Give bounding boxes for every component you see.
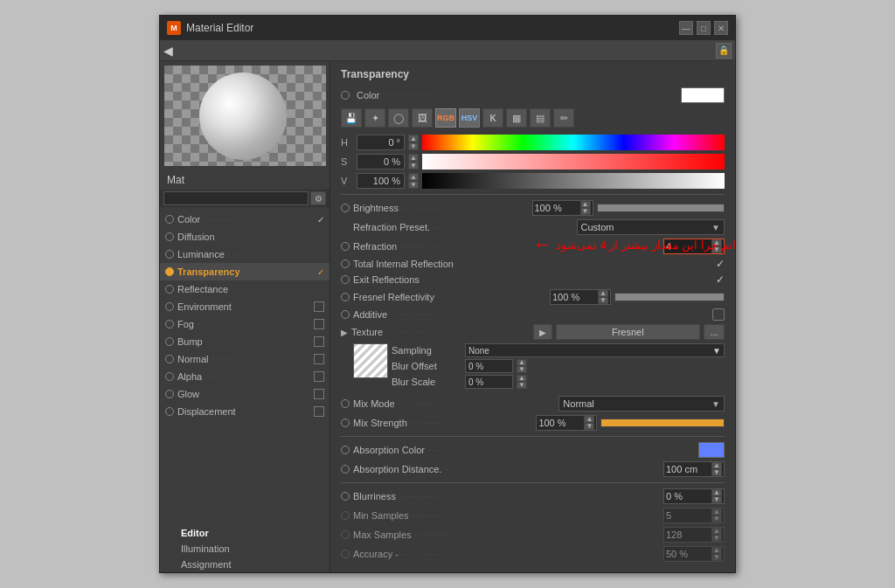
absorption-distance-value-box: 100 cm ▲ ▼ xyxy=(663,461,725,477)
fresnel-slider[interactable] xyxy=(614,293,725,301)
fresnel-label: Fresnel Reflectivity xyxy=(353,292,434,302)
nav-sub-assignment[interactable]: Assignment xyxy=(167,557,330,572)
v-label: V xyxy=(341,176,353,186)
v-up-arrow[interactable]: ▲ xyxy=(408,173,419,181)
texture-thumbnail xyxy=(353,343,388,378)
s-up-arrow[interactable]: ▲ xyxy=(408,154,419,162)
nav-dots-environment: · · xyxy=(235,302,310,311)
fresnel-btn[interactable]: Fresnel xyxy=(556,324,700,340)
nav-check-transparency: ✓ xyxy=(317,267,324,277)
s-down-arrow[interactable]: ▼ xyxy=(408,162,419,169)
preview-ball-wrapper xyxy=(164,66,326,166)
nav-checkbox-normal xyxy=(314,354,324,364)
brightness-down[interactable]: ▼ xyxy=(580,208,591,215)
nav-item-color[interactable]: Color · · · · · · · ✓ xyxy=(160,211,330,228)
blurriness-down[interactable]: ▼ xyxy=(711,496,722,503)
nav-item-luminance[interactable]: Luminance · · · xyxy=(160,246,330,263)
nav-item-fog[interactable]: Fog · · · · · · · xyxy=(160,315,330,333)
mix-mode-row: Mix Mode · · · · · · · · · Normal ▼ xyxy=(341,396,725,412)
nav-item-bump[interactable]: Bump · · · · · · · xyxy=(160,333,330,350)
texture-label: Texture xyxy=(351,327,383,337)
blur-scale-down[interactable]: ▼ xyxy=(517,382,527,389)
brightness-slider[interactable] xyxy=(597,204,725,212)
blur-scale-spinner: ▲ ▼ xyxy=(517,375,527,389)
additive-row: Additive · · · · · · · · · · · xyxy=(341,308,725,321)
accuracy-value: 50 % xyxy=(666,549,688,559)
nav-item-normal[interactable]: Normal · · · · · xyxy=(160,350,330,368)
star-icon-btn[interactable]: ✦ xyxy=(364,108,385,128)
accuracy-radio xyxy=(341,550,350,558)
pen-btn[interactable]: ✏ xyxy=(553,108,574,128)
maximize-button[interactable]: □ xyxy=(697,21,711,35)
s-slider-track[interactable] xyxy=(422,154,725,169)
image-icon-btn[interactable]: 🖼 xyxy=(412,108,433,128)
nav-dots-fog: · · · · · · · xyxy=(198,320,310,329)
fresnel-down[interactable]: ▼ xyxy=(598,297,608,304)
divider1 xyxy=(341,194,725,195)
toolbar-arrow-icon: ◀ xyxy=(163,44,173,58)
nav-dots-normal: · · · · · xyxy=(212,355,310,363)
nav-item-environment[interactable]: Environment · · xyxy=(160,298,330,315)
fresnel-spinner: ▲ ▼ xyxy=(598,290,608,304)
fresnel-dots: · · · · xyxy=(438,293,546,301)
nav-item-glow[interactable]: Glow · · · · · · · xyxy=(160,385,330,403)
mix-strength-slider[interactable] xyxy=(600,419,725,427)
min-samples-down[interactable]: ▼ xyxy=(711,515,722,522)
color-label: Color xyxy=(357,90,379,100)
mix-strength-label: Mix Strength xyxy=(353,418,407,428)
absorption-color-swatch[interactable] xyxy=(698,442,725,458)
k-btn[interactable]: K xyxy=(482,108,503,128)
app-icon: M xyxy=(167,21,181,35)
color-swatch[interactable] xyxy=(681,87,725,103)
close-button[interactable]: ✕ xyxy=(714,21,728,35)
h-slider-track[interactable] xyxy=(422,135,725,150)
texture-play-btn[interactable]: ▶ xyxy=(533,324,552,340)
mix-strength-value: 100 % xyxy=(538,418,565,428)
nav-item-transparency[interactable]: Transparency ✓ xyxy=(160,263,330,280)
nav-item-displacement[interactable]: Displacement xyxy=(160,403,330,420)
grid2-btn[interactable]: ▤ xyxy=(530,108,551,128)
nav-label-diffusion: Diffusion xyxy=(177,232,215,242)
accuracy-down[interactable]: ▼ xyxy=(711,554,722,561)
save-icon-btn[interactable]: 💾 xyxy=(341,108,362,128)
v-slider-track[interactable] xyxy=(422,173,725,189)
h-up-arrow[interactable]: ▲ xyxy=(408,135,419,142)
v-value: 100 % xyxy=(373,176,400,186)
v-down-arrow[interactable]: ▼ xyxy=(408,181,419,189)
rgb-btn[interactable]: RGB xyxy=(435,108,456,128)
more-btn[interactable]: ... xyxy=(704,324,725,340)
blurriness-radio xyxy=(341,492,350,501)
mix-strength-spinner: ▲ ▼ xyxy=(584,416,594,430)
nav-settings-icon[interactable]: ⚙ xyxy=(310,191,326,205)
absorption-distance-down[interactable]: ▼ xyxy=(711,469,722,476)
main-toolbar: ◀ 🔒 xyxy=(160,40,735,61)
nav-checkbox-displacement xyxy=(314,406,324,417)
s-spinner: ▲ ▼ xyxy=(408,154,419,169)
nav-sub-illumination[interactable]: Illumination xyxy=(167,541,330,557)
nav-item-alpha[interactable]: Alpha · · · · · · xyxy=(160,368,330,385)
sampling-dropdown[interactable]: None ▼ xyxy=(465,343,725,357)
mix-strength-down[interactable]: ▼ xyxy=(584,423,594,430)
mix-mode-dropdown[interactable]: Normal ▼ xyxy=(559,396,725,412)
refraction-preset-dropdown[interactable]: Custom ▼ xyxy=(577,219,725,235)
grid1-btn[interactable]: ▦ xyxy=(506,108,527,128)
accuracy-row: Accuracy - · · · · · · · · · · 50 % ▲ ▼ xyxy=(341,546,725,562)
right-panel: Transparency Color · · · · · · · · · · ·… xyxy=(330,61,735,572)
nav-dots-luminance: · · · xyxy=(228,250,324,259)
mix-strength-fill xyxy=(601,419,724,426)
toolbar-lock-icon[interactable]: 🔒 xyxy=(716,43,732,59)
max-samples-down[interactable]: ▼ xyxy=(711,535,722,542)
accuracy-value-box: 50 % ▲ ▼ xyxy=(663,546,725,562)
circle-icon-btn[interactable]: ◯ xyxy=(388,108,409,128)
h-down-arrow[interactable]: ▼ xyxy=(408,142,419,150)
nav-sub-editor[interactable]: Editor xyxy=(167,525,330,541)
nav-item-reflectance[interactable]: Reflectance xyxy=(160,280,330,298)
hsv-btn[interactable]: HSV xyxy=(459,108,480,128)
nav-search-input[interactable] xyxy=(163,191,309,205)
h-spinner: ▲ ▼ xyxy=(408,135,419,150)
additive-checkbox[interactable] xyxy=(712,308,725,321)
minimize-button[interactable]: — xyxy=(679,21,693,35)
blur-offset-down[interactable]: ▼ xyxy=(517,366,527,373)
nav-label-glow: Glow xyxy=(177,389,199,399)
nav-item-diffusion[interactable]: Diffusion · · · · xyxy=(160,228,330,246)
